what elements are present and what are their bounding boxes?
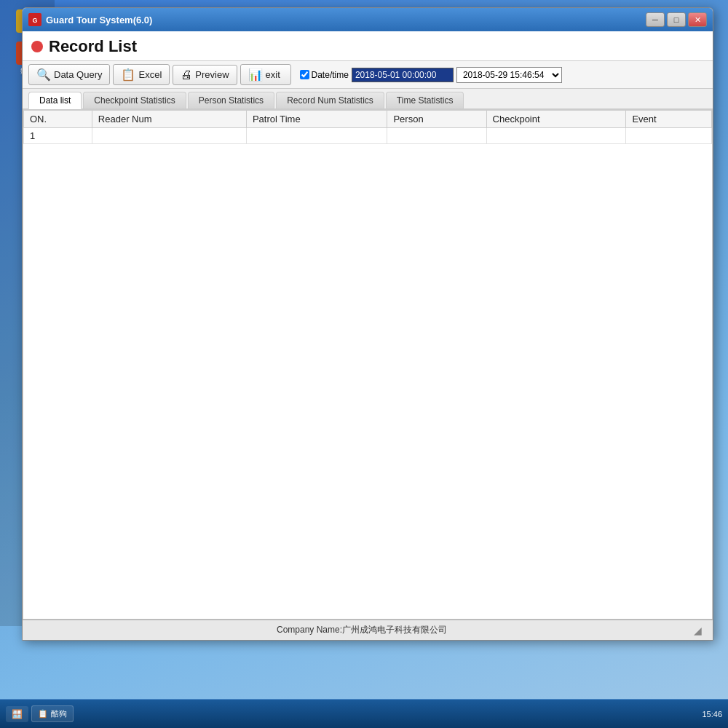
tab-person-statistics-label: Person Statistics: [199, 95, 264, 106]
cell-on: 1: [24, 128, 92, 144]
data-query-icon: 🔍: [36, 68, 51, 82]
start-button[interactable]: 🪟: [6, 706, 28, 722]
taskbar-app-item[interactable]: 📋 酷狗: [31, 705, 74, 722]
excel-label: Excel: [138, 69, 162, 80]
close-button[interactable]: ✕: [688, 12, 707, 27]
data-table: ON. Reader Num Patrol Time Person Checkp…: [23, 110, 712, 144]
taskbar-app-label: 酷狗: [51, 708, 67, 719]
datetime-checkbox[interactable]: [300, 70, 309, 79]
status-bar: Company Name:广州成鸿电子科技有限公司 ◢: [23, 620, 713, 640]
app-icon: G: [28, 13, 41, 26]
preview-icon: 🖨: [181, 68, 192, 82]
col-reader-num: Reader Num: [92, 111, 246, 128]
taskbar-app-icon: 📋: [38, 709, 48, 719]
tabs-bar: Data list Checkpoint Statistics Person S…: [23, 89, 713, 109]
col-event: Event: [626, 111, 712, 128]
date-filter: Date/time 2018-05-29 15:46:54: [300, 67, 562, 83]
cell-person: [387, 128, 486, 144]
app-title: Guard Tour System(6.0): [46, 15, 641, 25]
header-dot: [31, 41, 43, 52]
table-header-row: ON. Reader Num Patrol Time Person Checkp…: [24, 111, 712, 128]
datetime-label: Date/time: [312, 70, 349, 80]
col-patrol-time: Patrol Time: [246, 111, 387, 128]
preview-button[interactable]: 🖨 Preview: [173, 65, 237, 85]
tab-person-statistics[interactable]: Person Statistics: [188, 92, 274, 108]
main-window: G Guard Tour System(6.0) ─ □ ✕ Record Li…: [22, 7, 713, 641]
taskbar-right: 15:46: [702, 710, 722, 719]
col-checkpoint: Checkpoint: [486, 111, 626, 128]
data-query-label: Data Query: [54, 69, 102, 80]
exit-button[interactable]: 📊 exit: [240, 64, 291, 85]
date-start-input[interactable]: [352, 68, 454, 82]
tab-data-list[interactable]: Data list: [28, 92, 82, 109]
title-bar: G Guard Tour System(6.0) ─ □ ✕: [23, 8, 713, 31]
excel-icon: 📋: [121, 68, 135, 82]
excel-button[interactable]: 📋 Excel: [113, 64, 170, 85]
tab-checkpoint-statistics[interactable]: Checkpoint Statistics: [83, 92, 186, 108]
tab-checkpoint-statistics-label: Checkpoint Statistics: [94, 95, 175, 106]
data-area: ON. Reader Num Patrol Time Person Checkp…: [23, 109, 713, 620]
preview-label: Preview: [195, 69, 229, 80]
tab-time-statistics-label: Time Statistics: [397, 95, 454, 106]
exit-label: exit: [266, 69, 280, 80]
window-controls: ─ □ ✕: [646, 12, 707, 27]
resize-handle[interactable]: ◢: [694, 625, 705, 636]
window-title: Record List: [49, 37, 137, 56]
clock: 15:46: [702, 710, 722, 719]
col-person: Person: [387, 111, 486, 128]
cell-checkpoint: [486, 128, 626, 144]
date-end-dropdown[interactable]: 2018-05-29 15:46:54: [456, 67, 562, 83]
col-on: ON.: [24, 111, 92, 128]
exit-icon: 📊: [248, 68, 263, 82]
minimize-button[interactable]: ─: [646, 12, 665, 27]
datetime-checkbox-label[interactable]: Date/time: [300, 70, 349, 80]
tab-data-list-label: Data list: [39, 95, 71, 106]
tab-record-num-statistics[interactable]: Record Num Statistics: [276, 92, 384, 108]
data-query-button[interactable]: 🔍 Data Query: [28, 64, 110, 85]
company-name: Company Name:广州成鸿电子科技有限公司: [30, 624, 694, 636]
table-row: 1: [24, 128, 712, 144]
restore-button[interactable]: □: [667, 12, 686, 27]
cell-patrol-time: [246, 128, 387, 144]
taskbar: 🪟 📋 酷狗 15:46: [0, 699, 728, 728]
cell-event: [626, 128, 712, 144]
cell-reader-num: [92, 128, 246, 144]
tab-record-num-statistics-label: Record Num Statistics: [287, 95, 373, 106]
tab-time-statistics[interactable]: Time Statistics: [386, 92, 464, 108]
toolbar: 🔍 Data Query 📋 Excel 🖨 Preview 📊 exit Da…: [23, 61, 713, 89]
start-icon: 🪟: [12, 709, 23, 719]
record-list-header: Record List: [23, 31, 713, 61]
svg-text:G: G: [32, 17, 37, 24]
